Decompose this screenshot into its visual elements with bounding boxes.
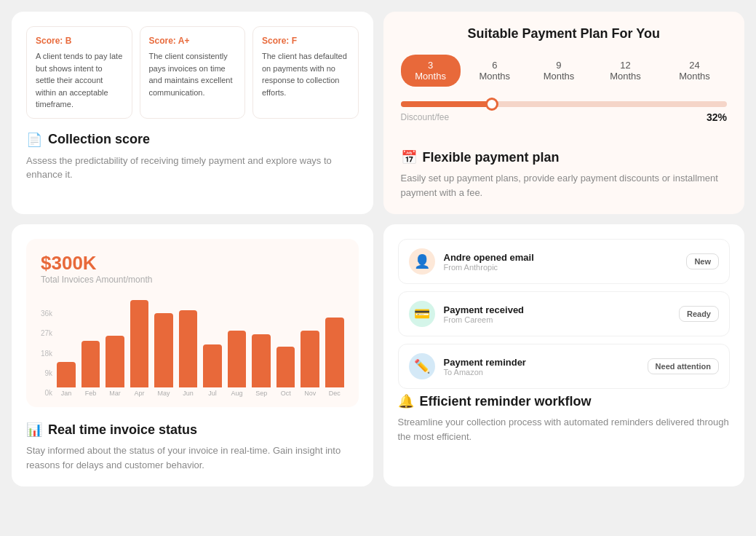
bar-nov: [301, 331, 319, 387]
score-cards-list: Score: B A client tends to pay late but …: [26, 26, 359, 119]
notification-list: 👤Andre opened emailFrom AnthropicNew💳Pay…: [398, 239, 731, 389]
slider-track: [401, 101, 728, 107]
chart-section: $300K Total Invoices Amount/month 36k 27…: [26, 239, 359, 407]
bar-label-jan: Jan: [61, 390, 72, 397]
score-f-label: Score: F: [262, 34, 349, 47]
bar-jul: [203, 344, 222, 387]
chart-area: 36k 27k 18k 9k 0k JanFebMarAprMayJunJulA…: [41, 295, 344, 397]
bars-wrapper: JanFebMarAprMayJunJulAugSepOctNovDec: [57, 310, 343, 397]
bar-col-jan: Jan: [57, 362, 76, 397]
invoice-status-title: 📊 Real time invoice status: [26, 422, 359, 438]
payment-slider[interactable]: Discount/fee 32%: [401, 101, 728, 123]
calendar-icon: 📅: [401, 149, 417, 165]
chart-amount: $300K: [41, 252, 344, 275]
bar-mar: [106, 336, 124, 387]
notif-title-0: Andre opened email: [444, 252, 678, 263]
bar-col-sep: Sep: [252, 334, 271, 397]
score-card-aplus: Score: A+ The client consistently pays i…: [140, 26, 246, 119]
bar-col-jul: Jul: [203, 344, 222, 397]
flexible-desc: Easily set up payment plans, provide ear…: [401, 171, 728, 200]
notif-avatar-2: ✏️: [409, 353, 435, 379]
tab-12months[interactable]: 12 Months: [593, 55, 658, 87]
score-aplus-text: The client consistently pays invoices on…: [149, 50, 236, 98]
bar-label-sep: Sep: [255, 390, 267, 397]
bar-col-dec: Dec: [325, 318, 344, 397]
flexible-title: 📅 Flexible payment plan: [401, 149, 728, 165]
score-b-label: Score: B: [36, 34, 123, 47]
discount-row: Discount/fee 32%: [401, 111, 728, 123]
notif-sub-1: From Careem: [444, 315, 670, 324]
payment-plan-title: Suitable Payment Plan For You: [401, 26, 728, 42]
notif-title-2: Payment reminder: [444, 357, 639, 368]
notification-item-2[interactable]: ✏️Payment reminderTo AmazonNeed attentio…: [398, 344, 731, 389]
bar-may: [154, 313, 173, 387]
tab-24months[interactable]: 24 Months: [662, 55, 727, 87]
bar-label-mar: Mar: [109, 390, 121, 397]
bar-sep: [252, 334, 271, 387]
score-card-b: Score: B A client tends to pay late but …: [26, 26, 132, 119]
notif-badge-2: Need attention: [648, 358, 719, 374]
discount-label: Discount/fee: [401, 112, 450, 122]
bar-col-feb: Feb: [81, 341, 100, 397]
bar-label-feb: Feb: [85, 390, 97, 397]
payment-plan-card: Suitable Payment Plan For You 3 Months 6…: [383, 12, 745, 214]
bar-oct: [276, 347, 295, 387]
chart-inner-wrapper: $300K Total Invoices Amount/month 36k 27…: [12, 224, 373, 472]
notif-avatar-0: 👤: [409, 248, 435, 275]
score-aplus-label: Score: A+: [149, 34, 236, 47]
efficient-title: 🔔 Efficient reminder workflow: [398, 393, 731, 409]
score-card-f: Score: F The client has defaulted on pay…: [252, 26, 359, 119]
invoice-status-card: $300K Total Invoices Amount/month 36k 27…: [12, 224, 373, 486]
collection-score-section: 📄 Collection score Assess the predictabi…: [26, 132, 359, 182]
notif-title-1: Payment received: [444, 304, 670, 315]
notification-item-0[interactable]: 👤Andre opened emailFrom AnthropicNew: [398, 239, 731, 284]
bar-label-jul: Jul: [208, 390, 217, 397]
efficient-desc: Streamline your collection process with …: [398, 415, 731, 444]
bar-dec: [325, 318, 344, 387]
bar-col-oct: Oct: [276, 347, 295, 397]
discount-value: 32%: [707, 111, 727, 123]
score-f-text: The client has defaulted on payments wit…: [262, 50, 349, 98]
notif-info-2: Payment reminderTo Amazon: [444, 357, 639, 377]
score-b-text: A client tends to pay late but shows int…: [36, 50, 123, 111]
tab-3months[interactable]: 3 Months: [401, 55, 461, 87]
bar-jan: [57, 362, 76, 387]
notif-badge-0: New: [686, 253, 719, 269]
bar-feb: [81, 341, 100, 387]
invoice-status-desc: Stay informed about the status of your i…: [26, 444, 359, 472]
bell-icon: 🔔: [398, 393, 414, 409]
tab-6months[interactable]: 6 Months: [465, 55, 525, 87]
bar-label-apr: Apr: [134, 390, 144, 397]
notification-item-1[interactable]: 💳Payment receivedFrom CareemReady: [398, 291, 731, 336]
collection-score-title: 📄 Collection score: [26, 132, 359, 148]
collection-icon: 📄: [26, 132, 42, 148]
notif-info-0: Andre opened emailFrom Anthropic: [444, 252, 678, 272]
slider-thumb: [485, 98, 498, 111]
bar-label-dec: Dec: [329, 390, 341, 397]
bar-label-jun: Jun: [183, 390, 194, 397]
notif-avatar-1: 💳: [409, 301, 435, 327]
notif-sub-2: To Amazon: [444, 368, 639, 377]
bar-col-aug: Aug: [228, 331, 247, 397]
bar-jun: [179, 310, 198, 387]
bar-apr: [130, 300, 149, 387]
bar-col-mar: Mar: [106, 336, 124, 397]
flexible-payment-section: 📅 Flexible payment plan Easily set up pa…: [401, 136, 728, 200]
collection-score-desc: Assess the predictability of receiving t…: [26, 154, 359, 182]
y-axis: 36k 27k 18k 9k 0k: [41, 310, 52, 397]
bar-col-may: May: [154, 313, 173, 397]
invoice-status-section: 📊 Real time invoice status Stay informed…: [26, 419, 359, 472]
slider-fill: [401, 101, 493, 107]
bar-col-nov: Nov: [301, 331, 319, 397]
collection-score-card: Score: B A client tends to pay late but …: [12, 12, 373, 214]
bar-label-aug: Aug: [231, 390, 243, 397]
bar-col-apr: Apr: [130, 300, 149, 397]
bar-label-may: May: [158, 390, 170, 397]
tab-9months[interactable]: 9 Months: [529, 55, 589, 87]
bar-aug: [228, 331, 247, 387]
bar-label-nov: Nov: [304, 390, 316, 397]
chart-icon: 📊: [26, 422, 42, 438]
efficient-reminder-section: 🔔 Efficient reminder workflow Streamline…: [398, 392, 731, 444]
bar-col-jun: Jun: [179, 310, 198, 397]
bar-label-oct: Oct: [281, 390, 291, 397]
